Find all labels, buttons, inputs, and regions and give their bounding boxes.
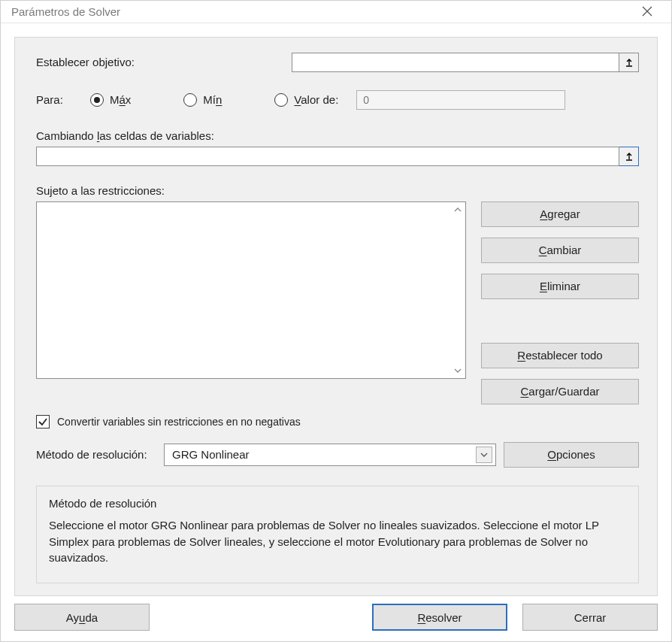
- chevron-up-icon[interactable]: [452, 204, 464, 216]
- constraints-list[interactable]: [36, 201, 466, 379]
- options-button[interactable]: Opciones: [504, 442, 639, 468]
- radio-value-of[interactable]: Valor de:: [274, 93, 338, 107]
- constraints-area: Agregar Cambiar Eliminar Restablecer tod…: [36, 201, 639, 404]
- method-help-title: Método de resolución: [49, 497, 626, 510]
- objective-label: Establecer objetivo:: [36, 56, 292, 68]
- main-panel: Establecer objetivo: Para: Máx: [14, 37, 658, 596]
- solve-button[interactable]: Resolver: [372, 604, 507, 631]
- constraints-buttons: Agregar Cambiar Eliminar Restablecer tod…: [481, 201, 639, 404]
- titlebar: Parámetros de Solver: [1, 1, 671, 23]
- delete-button[interactable]: Eliminar: [481, 274, 639, 299]
- radio-min-label: Mín: [203, 93, 222, 106]
- reset-all-button[interactable]: Restablecer todo: [481, 343, 639, 368]
- method-help-text: Seleccione el motor GRG Nonlinear para p…: [49, 517, 626, 566]
- close-button[interactable]: [634, 1, 661, 22]
- solver-window: Parámetros de Solver Establecer objetivo…: [0, 0, 672, 642]
- help-button[interactable]: Ayuda: [14, 604, 150, 631]
- window-title: Parámetros de Solver: [11, 5, 120, 18]
- nonneg-row[interactable]: Convertir variables sin restricciones en…: [36, 415, 639, 429]
- close-button-footer[interactable]: Cerrar: [522, 604, 658, 631]
- method-help-box: Método de resolución Seleccione el motor…: [36, 486, 639, 583]
- constraints-label: Sujeto a las restricciones:: [36, 184, 639, 197]
- to-radio-group: Máx Mín Valor de:: [90, 90, 565, 110]
- dialog-body: Establecer objetivo: Para: Máx: [1, 23, 671, 641]
- chevron-down-icon[interactable]: [476, 447, 492, 463]
- method-selected: GRG Nonlinear: [172, 448, 250, 461]
- change-button[interactable]: Cambiar: [481, 238, 639, 263]
- nonneg-checkbox[interactable]: [36, 415, 50, 429]
- nonneg-label: Convertir variables sin restricciones en…: [57, 416, 301, 428]
- objective-input-wrap: [292, 53, 639, 72]
- radio-max[interactable]: Máx: [90, 93, 131, 107]
- value-of-input: [356, 90, 565, 110]
- footer: Ayuda Resolver Cerrar: [14, 596, 658, 631]
- load-save-button[interactable]: Cargar/Guardar: [481, 379, 639, 404]
- variables-label: Cambiando las celdas de variables:: [36, 129, 639, 142]
- method-label: Método de resolución:: [36, 448, 156, 461]
- objective-input[interactable]: [292, 53, 619, 72]
- radio-max-circle: [90, 93, 104, 107]
- variables-input-wrap: [36, 147, 639, 166]
- radio-value-circle: [274, 93, 288, 107]
- chevron-down-icon[interactable]: [452, 365, 464, 377]
- radio-value-label: Valor de:: [294, 93, 338, 106]
- to-row: Para: Máx Mín Valor de:: [36, 90, 639, 110]
- radio-min-circle: [183, 93, 197, 107]
- radio-max-label: Máx: [110, 93, 131, 106]
- method-row: Método de resolución: GRG Nonlinear Opci…: [36, 442, 639, 468]
- method-select[interactable]: GRG Nonlinear: [164, 444, 496, 466]
- objective-ref-picker[interactable]: [619, 53, 639, 72]
- objective-row: Establecer objetivo:: [36, 53, 639, 72]
- radio-min[interactable]: Mín: [183, 93, 222, 107]
- to-label: Para:: [36, 93, 90, 106]
- variables-ref-picker[interactable]: [619, 147, 639, 166]
- add-button[interactable]: Agregar: [481, 201, 639, 227]
- variables-input[interactable]: [36, 147, 619, 166]
